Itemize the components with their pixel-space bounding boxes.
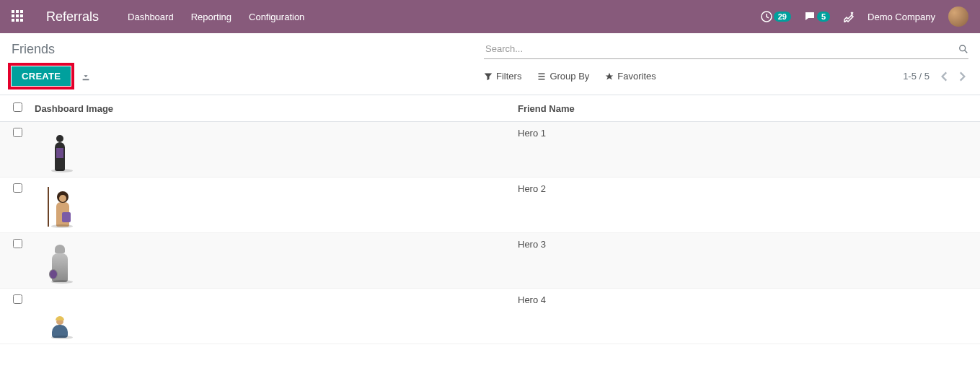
download-icon [81,71,91,82]
table-row[interactable]: Hero 1 [0,122,980,178]
header-name[interactable]: Friend Name [512,95,980,122]
pager-prev-icon[interactable] [938,70,951,83]
row-checkbox[interactable] [13,128,22,137]
table-header-row: Dashboard Image Friend Name [0,95,980,122]
cell-image [29,178,512,233]
nav-configuration[interactable]: Configuration [249,12,304,22]
hero-illustration [42,183,78,227]
filter-icon [484,72,493,81]
table-row[interactable]: Hero 3 [0,233,980,289]
messages-button[interactable]: 5 [804,11,830,22]
table-row[interactable]: Hero 4 [0,289,980,344]
search-icon[interactable] [958,44,968,54]
search-wrap [484,39,968,59]
app-brand[interactable]: Referrals [46,9,99,25]
filters-button[interactable]: Filters [484,71,521,82]
export-button[interactable] [81,71,91,82]
nav-menu: Dashboard Reporting Configuration [128,12,304,22]
cell-friend-name: Hero 3 [512,233,980,289]
hero-illustration [42,128,78,171]
company-selector[interactable]: Demo Company [868,12,935,22]
cell-image [29,233,512,289]
search-options: Filters Group By Favorites 1-5 / 5 [484,70,968,83]
row-checkbox[interactable] [13,239,22,248]
row-checkbox[interactable] [13,183,22,193]
svg-line-2 [965,50,968,53]
cell-friend-name: Hero 1 [512,122,980,178]
activities-button[interactable]: 29 [761,11,791,22]
cell-image [29,122,512,178]
cell-friend-name: Hero 2 [512,178,980,233]
svg-point-1 [960,45,966,51]
filters-label: Filters [496,71,521,82]
list-icon [537,72,546,81]
pager-value[interactable]: 1-5 / 5 [903,71,930,82]
clock-icon [761,11,772,22]
cell-friend-name: Hero 4 [512,289,980,344]
nav-right: 29 5 Demo Company [761,6,968,27]
user-avatar[interactable] [948,6,968,27]
groupby-label: Group By [549,71,589,82]
pager-next-icon[interactable] [955,70,968,83]
pager: 1-5 / 5 [903,70,968,83]
groupby-button[interactable]: Group By [537,71,589,82]
control-panel: Friends CREATE Filters Group By Favori [0,33,980,95]
messages-badge: 5 [817,12,830,22]
breadcrumb: Friends [12,42,55,57]
favorites-button[interactable]: Favorites [605,71,655,82]
favorites-label: Favorites [617,71,655,82]
hero-illustration [42,294,78,338]
select-all-checkbox[interactable] [13,102,22,112]
row-checkbox[interactable] [13,294,22,304]
hero-illustration [42,239,78,282]
apps-icon[interactable] [12,10,25,23]
cell-image [29,289,512,344]
nav-reporting[interactable]: Reporting [191,12,231,22]
table-row[interactable]: Hero 2 [0,178,980,233]
create-button[interactable]: CREATE [12,66,71,86]
chat-icon [804,11,816,22]
navbar: Referrals Dashboard Reporting Configurat… [0,0,980,33]
search-input[interactable] [484,39,968,58]
star-icon [605,72,614,81]
header-image[interactable]: Dashboard Image [29,95,512,122]
debug-icon[interactable] [843,11,855,22]
activities-badge: 29 [774,12,791,22]
list-view: Dashboard Image Friend Name Hero 1Hero 2… [0,95,980,344]
nav-dashboard[interactable]: Dashboard [128,12,174,22]
